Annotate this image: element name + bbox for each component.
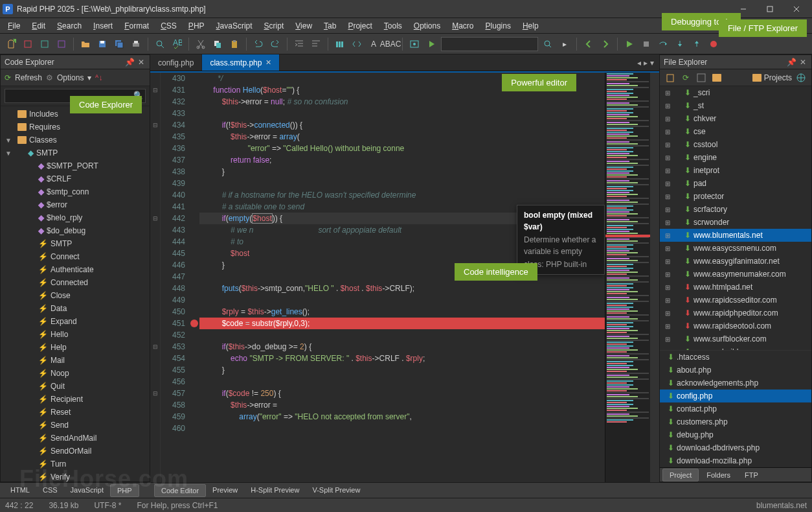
menu-javascript[interactable]: JavaScript [211,20,258,32]
folder-item[interactable]: ⊞⬇pad [660,177,811,190]
search-button[interactable] [153,37,167,51]
step-into-button[interactable] [673,37,687,51]
tree-item[interactable]: ⚡SendAndMail [1,432,150,445]
file-item[interactable]: ⬇acknowledgements.php [660,377,811,390]
tree-item[interactable]: ▼Classes [1,134,150,146]
tab-prev-icon[interactable]: ◂ [637,58,641,67]
menu-search[interactable]: Search [52,20,87,32]
view-icon[interactable] [695,71,708,84]
editor-tab[interactable]: config.php [150,54,202,71]
spellcheck-button[interactable]: ABC [170,37,184,51]
file-item[interactable]: ⬇download-dbdrivers.php [660,441,811,454]
file-panel-tab[interactable]: Project [662,469,699,482]
tree-item[interactable]: ▼◆SMTP [1,146,150,159]
folder-item[interactable]: ⊞⬇scrfactory [660,203,811,216]
menu-tab[interactable]: Tab [319,20,341,32]
tree-item[interactable]: ⚡Help [1,341,150,354]
tree-item[interactable]: ◆$SMTP_PORT [1,159,150,172]
tab-close-icon[interactable]: ✕ [265,58,271,67]
view-tab[interactable]: Code Editor [154,484,206,497]
lang-tab[interactable]: PHP [110,484,139,497]
file-item[interactable]: ⬇about.php [660,364,811,377]
step-out-button[interactable] [690,37,704,51]
menu-insert[interactable]: Insert [88,20,118,32]
tree-item[interactable]: ⚡Close [1,289,150,302]
pin-icon[interactable]: 📌 [125,58,134,67]
tree-item[interactable]: ⚡Expand [1,315,150,328]
folder-item[interactable]: ⊞⬇www.easycssmenu.com [660,242,811,255]
tag-button[interactable] [350,37,364,51]
indent-button[interactable] [292,37,306,51]
file-item[interactable]: ⬇.htaccess [660,351,811,364]
menu-css[interactable]: CSS [155,20,182,32]
folder-item[interactable]: ⊞⬇cse [660,125,811,138]
tree-item[interactable]: ⚡Data [1,302,150,315]
tree-item[interactable]: ⚡SMTP [1,237,150,250]
folder-item[interactable]: ⊞⬇scrwonder [660,216,811,229]
menu-view[interactable]: View [290,20,317,32]
tree-item[interactable]: ⚡Mail [1,354,150,367]
tree-item[interactable]: ◆$smtp_conn [1,185,150,198]
minimap[interactable] [605,73,650,482]
sort-icon[interactable]: ᴬ↓ [95,73,102,82]
folder-item[interactable]: ⊞⬇_scri [660,86,811,99]
view-tab[interactable]: V-Split Preview [306,484,367,497]
tree-item[interactable]: ⚡Authenticate [1,263,150,276]
file-new-icon[interactable] [664,71,677,84]
tree-item[interactable]: Requires [1,121,150,134]
menu-file[interactable]: File [3,20,25,32]
breakpoint-button[interactable] [706,37,721,51]
close-button[interactable] [784,1,809,17]
nav-fwd-button[interactable] [598,37,613,51]
new-php-button[interactable] [54,37,69,51]
tree-item[interactable]: ⚡Verify [1,471,150,482]
maximize-button[interactable] [757,1,783,17]
folder-item[interactable]: ⊞⬇www.htmlpad.net [660,281,811,294]
cut-button[interactable] [194,37,208,51]
folder-item[interactable]: ⊞⬇www.rapidcsseditor.com [660,294,811,307]
folder-item[interactable]: ⊞⬇protector [660,190,811,203]
editor-tab[interactable]: class.smtp.php✕ [202,54,280,71]
globe-icon[interactable] [795,71,807,84]
tree-item[interactable]: ◆$CRLF [1,172,150,185]
file-item[interactable]: ⬇download-mozilla.php [660,454,811,467]
tab-menu-icon[interactable]: ▾ [650,58,654,67]
menu-php[interactable]: PHP [183,20,210,32]
tree-item[interactable]: ⚡SendOrMail [1,445,150,458]
projects-label[interactable]: Projects [764,73,792,82]
find-button[interactable] [541,37,555,51]
run-button[interactable] [424,37,438,51]
tree-item[interactable]: ⚡Send [1,419,150,432]
lang-tab[interactable]: CSS [36,484,64,497]
lang-tab[interactable]: HTML [4,484,36,497]
view-tab[interactable]: Preview [206,484,244,497]
folder-item[interactable]: ⊞⬇chkver [660,112,811,125]
folder-item[interactable]: ⊞⬇inetprot [660,164,811,177]
options-chevron[interactable]: ▾ [87,73,91,82]
folder-item[interactable]: ⊞⬇www.webuilderapp.com [660,345,811,350]
library-button[interactable] [333,37,347,51]
folder-item[interactable]: ⊞⬇www.easygifanimator.net [660,255,811,268]
menu-edit[interactable]: Edit [27,20,51,32]
find-next-button[interactable]: ▸ [558,37,572,51]
step-over-button[interactable] [656,37,670,51]
menu-format[interactable]: Format [119,20,154,32]
refresh-label[interactable]: Refresh [15,73,42,82]
folder-item[interactable]: ⊞⬇www.easymenumaker.com [660,268,811,281]
tree-item[interactable]: ⚡Connected [1,276,150,289]
folder-icon[interactable] [710,71,723,84]
menu-options[interactable]: Options [409,20,445,32]
folder-item[interactable]: ⊞⬇csstool [660,138,811,151]
tree-item[interactable]: ⚡Recipient [1,393,150,406]
file-item[interactable]: ⬇debug.php [660,428,811,441]
undo-button[interactable] [251,37,265,51]
pin-icon[interactable]: 📌 [787,58,796,67]
nav-back-button[interactable] [581,37,596,51]
new-file-button[interactable]: ✱ [4,37,18,51]
tree-item[interactable]: ◆$helo_rply [1,211,150,224]
file-panel-tab[interactable]: Folders [700,469,737,481]
file-item[interactable]: ⬇config.php [660,390,811,402]
menu-tools[interactable]: Tools [379,20,407,32]
file-refresh-icon[interactable]: ⟳ [679,71,692,84]
tree-item[interactable]: ⚡Reset [1,406,150,419]
